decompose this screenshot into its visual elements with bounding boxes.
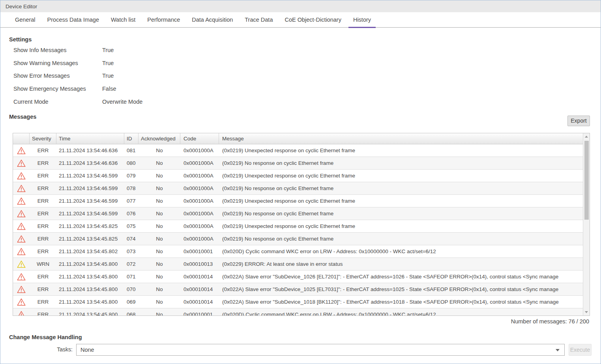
message-cell: (0x0229) ERROR: At least one slave in er…: [219, 258, 583, 270]
message-cell: (0x0219) No response on cyclic Ethernet …: [219, 157, 583, 169]
column-header-acknowledged[interactable]: Acknowledged: [139, 133, 180, 144]
severity-cell: ERR: [30, 308, 56, 315]
id-cell: 069: [124, 296, 139, 308]
vertical-scrollbar[interactable]: [583, 133, 590, 315]
scroll-down-icon[interactable]: [583, 309, 590, 315]
code-cell: 0x0001000A: [180, 195, 219, 207]
message-row[interactable]: WRN21.11.2024 13:54:45.800072No0x0001001…: [13, 258, 583, 271]
tab-watch-list[interactable]: Watch list: [105, 12, 141, 27]
severity-cell: ERR: [30, 195, 56, 207]
time-cell: 21.11.2024 13:54:45.800: [56, 271, 124, 283]
code-cell: 0x00010014: [180, 296, 219, 308]
acknowledged-cell: No: [139, 271, 180, 283]
code-cell: 0x0001000A: [180, 220, 219, 232]
error-icon: [13, 170, 30, 182]
setting-value: True: [102, 73, 114, 79]
setting-label: Current Mode: [13, 99, 102, 105]
message-row[interactable]: ERR21.11.2024 13:54:46.599077No0x0001000…: [13, 195, 583, 207]
error-icon: [13, 283, 30, 295]
column-header-time[interactable]: Time: [56, 133, 124, 144]
message-row[interactable]: ERR21.11.2024 13:54:45.800068No0x0001000…: [13, 308, 583, 315]
scroll-up-icon[interactable]: [583, 133, 590, 140]
tab-performance[interactable]: Performance: [141, 12, 186, 27]
message-count: Number of messages: 76 / 200: [511, 318, 589, 325]
message-row[interactable]: ERR21.11.2024 13:54:46.636080No0x0001000…: [13, 157, 583, 170]
column-header-message[interactable]: Message: [219, 133, 583, 144]
message-row[interactable]: ERR21.11.2024 13:54:46.599076No0x0001000…: [13, 207, 583, 220]
error-icon: [13, 271, 30, 283]
message-cell: (0x020D) Cyclic command WKC error on LRW…: [219, 308, 583, 315]
time-cell: 21.11.2024 13:54:46.599: [56, 195, 124, 207]
messages-heading: Messages: [9, 114, 36, 120]
id-cell: 075: [124, 220, 139, 232]
tab-trace-data[interactable]: Trace Data: [239, 12, 279, 27]
acknowledged-cell: No: [139, 170, 180, 182]
tasks-selected-value: None: [81, 347, 94, 353]
error-icon: [13, 308, 30, 315]
tab-data-acquisition[interactable]: Data Acquisition: [186, 12, 239, 27]
message-cell: (0x0219) No response on cyclic Ethernet …: [219, 233, 583, 245]
message-row[interactable]: ERR21.11.2024 13:54:46.636081No0x0001000…: [13, 144, 583, 157]
tasks-label: Tasks:: [40, 346, 73, 353]
acknowledged-cell: No: [139, 144, 180, 157]
severity-cell: WRN: [30, 258, 56, 270]
message-row[interactable]: ERR21.11.2024 13:54:45.800071No0x0001001…: [13, 271, 583, 283]
error-icon: [13, 207, 30, 220]
message-row[interactable]: ERR21.11.2024 13:54:45.800070No0x0001001…: [13, 283, 583, 296]
severity-cell: ERR: [30, 144, 56, 157]
time-cell: 21.11.2024 13:54:45.802: [56, 245, 124, 258]
severity-cell: ERR: [30, 220, 56, 232]
settings-heading: Settings: [9, 36, 32, 43]
column-header-code[interactable]: Code: [180, 133, 219, 144]
id-cell: 071: [124, 271, 139, 283]
time-cell: 21.11.2024 13:54:45.825: [56, 220, 124, 232]
code-cell: 0x00010014: [180, 271, 219, 283]
time-cell: 21.11.2024 13:54:45.825: [56, 233, 124, 245]
scrollbar-track[interactable]: [583, 140, 590, 309]
message-cell: (0x0219) Unexpected response on cyclic E…: [219, 144, 583, 157]
setting-value: True: [102, 60, 114, 66]
message-row[interactable]: ERR21.11.2024 13:54:45.802073No0x0001000…: [13, 245, 583, 258]
column-header-severity[interactable]: Severity: [30, 133, 56, 144]
settings-rows: Show Info MessagesTrueShow Warning Messa…: [13, 44, 250, 108]
execute-button[interactable]: Execute: [569, 344, 592, 356]
message-row[interactable]: ERR21.11.2024 13:54:45.825075No0x0001000…: [13, 220, 583, 233]
time-cell: 21.11.2024 13:54:46.599: [56, 207, 124, 220]
setting-value: False: [102, 86, 116, 92]
acknowledged-cell: No: [139, 308, 180, 315]
message-row[interactable]: ERR21.11.2024 13:54:46.599079No0x0001000…: [13, 170, 583, 182]
tab-process-data-image[interactable]: Process Data Image: [41, 12, 105, 27]
column-header-icon[interactable]: [13, 133, 30, 144]
time-cell: 21.11.2024 13:54:46.599: [56, 182, 124, 194]
warning-icon: [13, 258, 30, 270]
setting-label: Show Warning Messages: [13, 60, 102, 66]
tab-general[interactable]: General: [9, 12, 41, 27]
export-button[interactable]: Export: [567, 116, 590, 126]
message-cell: (0x0219) Unexpected response on cyclic E…: [219, 195, 583, 207]
message-row[interactable]: ERR21.11.2024 13:54:45.825074No0x0001000…: [13, 233, 583, 245]
acknowledged-cell: No: [139, 296, 180, 308]
tab-bar: GeneralProcess Data ImageWatch listPerfo…: [0, 12, 601, 28]
severity-cell: ERR: [30, 296, 56, 308]
message-row[interactable]: ERR21.11.2024 13:54:45.800069No0x0001001…: [13, 296, 583, 308]
message-cell: (0x022A) Slave error "SubDevice_1025 [EL…: [219, 283, 583, 295]
code-cell: 0x0001000A: [180, 207, 219, 220]
code-cell: 0x0001000A: [180, 233, 219, 245]
message-cell: (0x022A) Slave error "SubDevice_1018 [BK…: [219, 296, 583, 308]
id-cell: 078: [124, 182, 139, 194]
tab-coe-object-dictionary[interactable]: CoE Object-Dictionary: [279, 12, 347, 27]
change-message-handling-heading: Change Message Handling: [9, 334, 82, 340]
message-row[interactable]: ERR21.11.2024 13:54:46.599078No0x0001000…: [13, 182, 583, 195]
error-icon: [13, 220, 30, 232]
message-cell: (0x0219) No response on cyclic Ethernet …: [219, 182, 583, 194]
messages-table-body: ERR21.11.2024 13:54:46.636081No0x0001000…: [13, 144, 583, 315]
id-cell: 077: [124, 195, 139, 207]
scrollbar-thumb[interactable]: [584, 141, 589, 220]
tasks-dropdown[interactable]: None: [76, 344, 565, 356]
severity-cell: ERR: [30, 182, 56, 194]
column-header-id[interactable]: ID: [124, 133, 139, 144]
time-cell: 21.11.2024 13:54:45.800: [56, 308, 124, 315]
setting-label: Show Emergency Messages: [13, 86, 102, 92]
time-cell: 21.11.2024 13:54:45.800: [56, 258, 124, 270]
tab-history[interactable]: History: [347, 12, 377, 27]
